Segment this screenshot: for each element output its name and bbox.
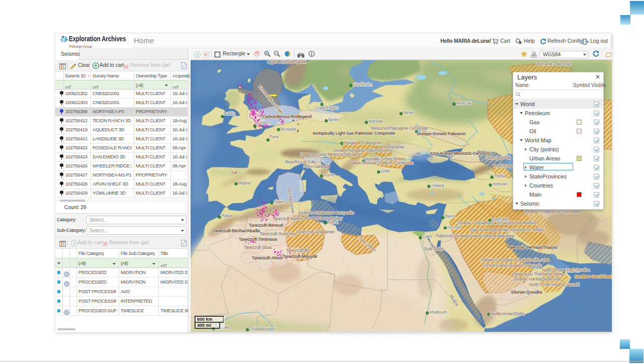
svg-text:Tanezzuft-Bechar/Abadla: Tanezzuft-Bechar/Abadla [213, 228, 260, 233]
svg-text:Paris: Paris [269, 134, 279, 139]
svg-text:?: ? [519, 41, 521, 44]
svg-text:Zagros-Mesopotamian Cretaceous: Zagros-Mesopotamian Cretaceous-Tertiary [470, 227, 545, 232]
svg-text:aB: aB [93, 85, 98, 89]
svg-text:Tanezzuft-Ghadames: Tanezzuft-Ghadames [297, 229, 334, 234]
svg-text:Jurassic Hanifa/Diyab-Arab: Jurassic Hanifa/Diyab-Arab [513, 277, 562, 282]
svg-text:Warsaw: Warsaw [369, 119, 384, 124]
svg-text:Upper Jurassic Spekk: Upper Jurassic Spekk [267, 60, 306, 64]
svg-text:Balkan-Moesian Platform Compos: Balkan-Moesian Platform Composite [349, 160, 414, 165]
svg-text:Tanezzuft-Illizi: Tanezzuft-Illizi [286, 248, 311, 253]
svg-text:Paleozoic Qusaiba/Akkas/Abba/M: Paleozoic Qusaiba/Akkas/Abba/Mudawwara [436, 233, 514, 238]
svg-text:Silurian Qusaiba: Silurian Qusaiba [511, 290, 542, 295]
svg-text:Dublin: Dublin [224, 111, 235, 116]
svg-text:Bou Dabbous-Tertiary: Bou Dabbous-Tertiary [304, 216, 343, 221]
svg-text:Moscow: Moscow [456, 101, 472, 106]
svg-text:North Oman Huqf/'Q'-Haushi: North Oman Huqf/'Q'-Haushi [529, 282, 580, 287]
svg-text:London: London [256, 120, 270, 125]
svg-text:Khartoum: Khartoum [429, 310, 447, 315]
svg-text:Cretaceous Thamama-Wasia: Cretaceous Thamama-Wasia [512, 271, 564, 277]
svg-text:Sofia: Sofia [381, 168, 390, 173]
svg-text:Copenhagen: Copenhagen [315, 105, 338, 110]
svg-text:Dnieper-Donets Paleozoic: Dnieper-Donets Paleozoic [417, 131, 466, 136]
svg-text:Tbilisi: Tbilisi [494, 173, 505, 178]
svg-text:Tanezzuft-Ahnet: Tanezzuft-Ahnet [252, 255, 283, 260]
svg-text:Berlin: Berlin [328, 117, 339, 122]
svg-text:Transylvania: Transylvania [382, 144, 404, 149]
svg-text:Paleozoic Permian/Triassic: Paleozoic Permian/Triassic [507, 245, 558, 250]
svg-text:Tanezzuft-Oued Mya: Tanezzuft-Oued Mya [260, 231, 297, 236]
svg-text:Minsk: Minsk [403, 110, 414, 115]
svg-text:E.T Brws Sava Mesozoic/Neogen: E.T Brws Sava Mesozoic/Neogene [300, 152, 362, 157]
svg-text:Jurassic Gotnia/Barsarin/Sarge: Jurassic Gotnia/Barsarin/Sargelu/Naokele… [457, 220, 537, 225]
svg-text:Cairo: Cairo [422, 234, 432, 239]
svg-text:Jurassic-Cretaceous Composite: Jurassic-Cretaceous Composite [524, 209, 581, 214]
svg-text:Amman: Amman [447, 225, 462, 230]
svg-text:Madbi Amran/Qishn: Madbi Amran/Qishn [490, 311, 525, 316]
svg-text:Tanezzuft-Benoud: Tanezzuft-Benoud [249, 223, 283, 228]
svg-text:Ouagadougou: Ouagadougou [249, 326, 275, 331]
svg-text:Sudr-Nubia: Sudr-Nubia [424, 246, 444, 251]
svg-text:Madrid: Madrid [238, 180, 251, 186]
svg-text:aB: aB [65, 85, 70, 89]
svg-text:Azov-Kuban Mesozoic-Cenozoic: Azov-Kuban Mesozoic-Cenozoic [429, 151, 491, 156]
svg-text:Terek-Casp: Terek-Casp [493, 163, 513, 168]
svg-text:Mesozoic/Paleogene Composite: Mesozoic/Paleogene Composite [371, 126, 428, 131]
svg-text:Tanezzuft-Mouydir: Tanezzuft-Mouydir [283, 254, 318, 259]
svg-text:Carboniferous-Rotliegend: Carboniferous-Rotliegend [262, 114, 312, 119]
svg-text:Brussels: Brussels [281, 127, 296, 132]
svg-text:Stockholm: Stockholm [353, 82, 372, 87]
svg-text:Rabat: Rabat [222, 213, 233, 218]
svg-text:Arabian Sub-Basin Tuwaiq/Hanif: Arabian Sub-Basin Tuwaiq/Hanifa-Arab [480, 257, 549, 262]
svg-text:Tanezzuft-Timimoun: Tanezzuft-Timimoun [239, 237, 278, 242]
svg-text:Rome: Rome [324, 172, 335, 177]
svg-text:Tanezzuft-Sbaa: Tanezzuft-Sbaa [244, 245, 271, 250]
svg-text:Jurassic-Cretaceous Composite: Jurassic-Cretaceous Composite [298, 210, 354, 215]
svg-text:Yerevan: Yerevan [493, 181, 508, 187]
svg-text:aB: aB [160, 263, 165, 268]
svg-text:Ankara: Ankara [431, 183, 444, 188]
svg-text:Domanik-Paleozoic: Domanik-Paleozoic [536, 61, 571, 66]
svg-text:Algiers: Algiers [273, 199, 286, 204]
svg-text:aB: aB [172, 85, 177, 89]
svg-text:Porto Garibaldi: Porto Garibaldi [303, 164, 330, 169]
svg-text:Tanezzuft-Melrhir: Tanezzuft-Melrhir [272, 216, 303, 221]
svg-text:Isotopically Light Gas Paleozo: Isotopically Light Gas Paleozoic Composi… [313, 131, 395, 136]
svg-text:Stavropol-Prik: Stavropol-Prik [486, 155, 511, 160]
svg-text:Beirut: Beirut [445, 214, 456, 219]
svg-text:Hungarian Paleogene: Hungarian Paleogene [343, 140, 382, 145]
svg-text:Sembar-Goru/Ghazij: Sembar-Goru/Ghazij [575, 274, 612, 279]
svg-text:Central Arabia Qusaiba-Paleozo: Central Arabia Qusaiba-Paleozoic [482, 263, 542, 268]
